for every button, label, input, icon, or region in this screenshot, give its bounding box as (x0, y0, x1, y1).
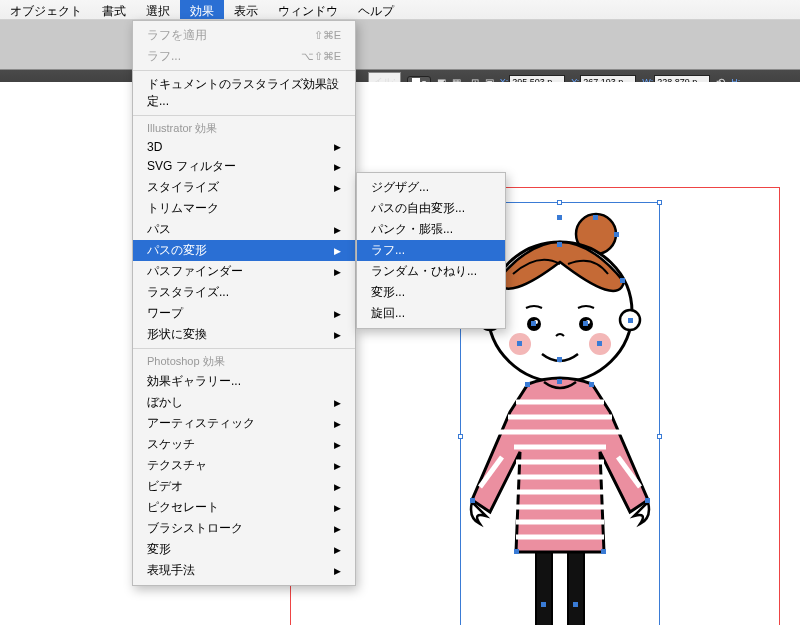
svg-rect-44 (514, 549, 519, 554)
subitem-roughen[interactable]: ラフ... (357, 240, 505, 261)
item-video[interactable]: ビデオ▶ (133, 476, 355, 497)
item-convert-shape[interactable]: 形状に変換▶ (133, 324, 355, 345)
subitem-zigzag[interactable]: ジグザグ... (357, 177, 505, 198)
svg-rect-33 (628, 318, 633, 323)
svg-rect-27 (593, 215, 598, 220)
svg-rect-47 (573, 602, 578, 607)
svg-rect-40 (525, 382, 530, 387)
item-3d[interactable]: 3D▶ (133, 138, 355, 156)
menu-help[interactable]: ヘルプ (348, 0, 404, 19)
menu-window[interactable]: ウィンドウ (268, 0, 348, 19)
toolbar (0, 20, 800, 70)
svg-rect-26 (557, 215, 562, 220)
subitem-twist[interactable]: 旋回... (357, 303, 505, 324)
item-brush-strokes[interactable]: ブラシストローク▶ (133, 518, 355, 539)
svg-rect-46 (541, 602, 546, 607)
item-raster-settings[interactable]: ドキュメントのラスタライズ効果設定... (133, 74, 355, 112)
subitem-transform[interactable]: 変形... (357, 282, 505, 303)
item-texture[interactable]: テクスチャ▶ (133, 455, 355, 476)
item-artistic[interactable]: アーティスティック▶ (133, 413, 355, 434)
item-warp[interactable]: ワープ▶ (133, 303, 355, 324)
item-path[interactable]: パス▶ (133, 219, 355, 240)
menu-object[interactable]: オブジェクト (0, 0, 92, 19)
item-sketch[interactable]: スケッチ▶ (133, 434, 355, 455)
subitem-tweak[interactable]: ランダム・ひねり... (357, 261, 505, 282)
svg-rect-35 (583, 321, 588, 326)
svg-rect-11 (568, 542, 584, 625)
item-stylize[interactable]: スタイライズ▶ (133, 177, 355, 198)
menu-format[interactable]: 書式 (92, 0, 136, 19)
item-distort-ps[interactable]: 変形▶ (133, 539, 355, 560)
svg-rect-41 (589, 382, 594, 387)
subitem-pucker-bloat[interactable]: パンク・膨張... (357, 219, 505, 240)
svg-rect-45 (601, 549, 606, 554)
item-distort-transform[interactable]: パスの変形▶ (133, 240, 355, 261)
item-trim-marks[interactable]: トリムマーク (133, 198, 355, 219)
item-blur[interactable]: ぼかし▶ (133, 392, 355, 413)
svg-rect-42 (470, 498, 475, 503)
item-rasterize[interactable]: ラスタライズ... (133, 282, 355, 303)
svg-rect-36 (517, 341, 522, 346)
svg-rect-31 (620, 278, 625, 283)
submenu-distort-transform: ジグザグ... パスの自由変形... パンク・膨張... ラフ... ランダム・… (356, 172, 506, 329)
section-illustrator: Illustrator 効果 (133, 119, 355, 138)
menu-effect[interactable]: 効果 (180, 0, 224, 19)
item-effect-gallery[interactable]: 効果ギャラリー... (133, 371, 355, 392)
item-last-effect[interactable]: ラフ...⌥⇧⌘E (133, 46, 355, 67)
canvas[interactable] (0, 82, 800, 625)
svg-rect-37 (597, 341, 602, 346)
svg-rect-10 (536, 542, 552, 625)
item-svg-filter[interactable]: SVG フィルター▶ (133, 156, 355, 177)
item-pathfinder[interactable]: パスファインダー▶ (133, 261, 355, 282)
svg-rect-39 (557, 379, 562, 384)
menu-select[interactable]: 選択 (136, 0, 180, 19)
svg-rect-28 (614, 232, 619, 237)
menu-effect-dropdown: ラフを適用⇧⌘E ラフ...⌥⇧⌘E ドキュメントのラスタライズ効果設定... … (132, 20, 356, 586)
svg-rect-30 (557, 242, 562, 247)
menubar: オブジェクト 書式 選択 効果 表示 ウィンドウ ヘルプ (0, 0, 800, 20)
item-stylize-ps[interactable]: 表現手法▶ (133, 560, 355, 581)
item-apply-last[interactable]: ラフを適用⇧⌘E (133, 25, 355, 46)
svg-rect-34 (531, 321, 536, 326)
menu-view[interactable]: 表示 (224, 0, 268, 19)
subitem-free-distort[interactable]: パスの自由変形... (357, 198, 505, 219)
svg-rect-43 (645, 498, 650, 503)
section-photoshop: Photoshop 効果 (133, 352, 355, 371)
svg-rect-38 (557, 357, 562, 362)
item-pixelate[interactable]: ピクセレート▶ (133, 497, 355, 518)
